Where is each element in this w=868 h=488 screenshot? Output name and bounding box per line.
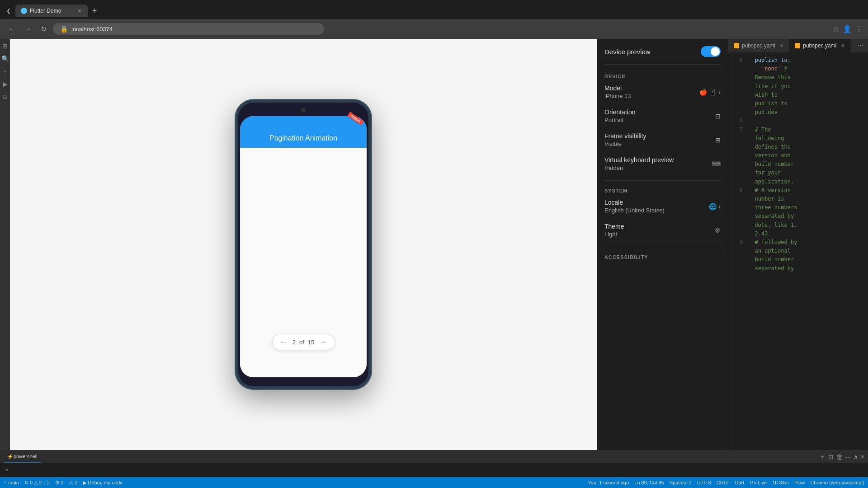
code-line-5d: line if you xyxy=(728,82,868,91)
flow-status[interactable]: Flow xyxy=(794,480,805,485)
pagination-next-button[interactable]: → xyxy=(318,337,329,347)
system-section-header: SYSTEM xyxy=(604,188,721,193)
code-line-8f: 2.43 xyxy=(728,230,868,238)
cursor-position-status[interactable]: Ln 89, Col 65 xyxy=(634,480,664,485)
debug-icon[interactable]: ▶ xyxy=(3,80,8,88)
theme-value: Light xyxy=(604,231,715,238)
bookmark-icon[interactable]: ☆ xyxy=(833,25,839,33)
model-info: Model iPhone 13 xyxy=(604,84,699,99)
git-branch-icon: ⑂ xyxy=(4,480,7,485)
device-preview-toggle[interactable] xyxy=(701,46,721,57)
git-branch-label: main xyxy=(8,480,19,485)
phone-mockup: DEBUG Pagination Animation ← 2 of 15 → xyxy=(236,100,371,389)
bottom-panel: ⚡ powershell ＋ ⊟ 🗑 ··· ∧ × > xyxy=(0,450,868,477)
chrome-status[interactable]: Chrome (web-javascript) xyxy=(810,480,864,485)
code-line-7f: for your xyxy=(728,169,868,177)
extensions-icon[interactable]: ⧉ xyxy=(3,93,7,101)
tab-bar-chevron[interactable]: ❮ xyxy=(4,6,14,16)
vscode-activity-bar: ⊞ 🔍 ⑂ ▶ ⧉ xyxy=(0,39,10,450)
forward-button[interactable]: → xyxy=(22,23,34,35)
frame-visibility-icon[interactable]: ⊞ xyxy=(715,136,721,144)
git-icon[interactable]: ⑂ xyxy=(3,68,7,75)
address-bar[interactable]: 🔒 localhost:60374 xyxy=(53,23,324,35)
back-button[interactable]: ← xyxy=(5,23,18,35)
virtual-keyboard-icon[interactable]: ⌨ xyxy=(712,160,721,168)
encoding-status[interactable]: UTF-8 xyxy=(697,480,711,485)
search-icon[interactable]: 🔍 xyxy=(1,55,9,62)
section-divider-2 xyxy=(604,247,721,247)
git-branch-status[interactable]: ⑂ main xyxy=(4,480,19,485)
code-line-8b: number is xyxy=(728,195,868,203)
go-live-status[interactable]: Go Live xyxy=(750,480,767,485)
model-chevron-icon: › xyxy=(718,89,721,96)
spaces-status[interactable]: Spaces: 2 xyxy=(670,480,692,485)
virtual-keyboard-info: Virtual keyboard preview Hidden xyxy=(604,156,712,171)
run-debug-status[interactable]: ▶ Debug my code xyxy=(83,480,123,486)
code-line-8c: three numbers xyxy=(728,203,868,212)
frame-visibility-label: Frame visibility xyxy=(604,132,715,140)
code-line-7e: build number xyxy=(728,160,868,169)
pagination-current: 2 xyxy=(292,339,296,346)
terminal-close-button[interactable]: × xyxy=(861,453,864,460)
warnings-status[interactable]: ⚠ 2 xyxy=(69,480,77,486)
frame-grid-icon: ⊞ xyxy=(715,136,721,144)
refresh-button[interactable]: ↻ xyxy=(38,23,49,35)
browser-tab[interactable]: Flutter Demo × xyxy=(15,5,88,17)
model-setting-row: Model iPhone 13 🍎 📱 › xyxy=(604,84,721,99)
orientation-icon[interactable]: ⊡ xyxy=(715,113,721,120)
flutter-preview-area: DEBUG Pagination Animation ← 2 of 15 → xyxy=(10,39,597,450)
device-preview-panel: Device preview DEVICE Model iPhone 13 🍎 … xyxy=(597,39,728,450)
browser-menu-icon[interactable]: ⋮ xyxy=(855,25,863,33)
tab-close-button[interactable]: × xyxy=(77,7,82,14)
theme-icon[interactable]: ⚙ xyxy=(715,227,721,234)
new-tab-button[interactable]: + xyxy=(90,5,100,17)
model-icons[interactable]: 🍎 📱 › xyxy=(699,89,721,96)
editor-tab-close-1[interactable]: × xyxy=(841,42,844,49)
line-ending-status[interactable]: CRLF xyxy=(717,480,730,485)
code-line-5b: 'none' # xyxy=(728,65,868,73)
model-label: Model xyxy=(604,84,699,92)
device-preview-label: Device preview xyxy=(604,48,651,56)
editor-tab-label-1: pubspec.yaml xyxy=(803,42,836,49)
add-terminal-button[interactable]: ＋ xyxy=(819,453,826,461)
theme-setting-row: Theme Light ⚙ xyxy=(604,223,721,238)
powershell-tab[interactable]: ⚡ powershell xyxy=(4,450,41,463)
frame-visibility-value: Visible xyxy=(604,141,715,147)
powershell-label: powershell xyxy=(14,454,38,459)
code-line-9b: an optional xyxy=(728,247,868,255)
vscode-editor: pubspec.yaml × pubspec.yaml × ··· 5 publ… xyxy=(728,39,868,450)
virtual-keyboard-value: Hidden xyxy=(604,164,712,171)
sync-status[interactable]: ↻ 0 △ 2 ↓ 2 xyxy=(24,480,50,486)
language-mode-status[interactable]: Dart xyxy=(735,480,745,485)
terminal-maximize-button[interactable]: ∧ xyxy=(854,453,858,460)
time-status[interactable]: 1h 34m xyxy=(772,480,789,485)
pagination-prev-button[interactable]: ← xyxy=(278,337,289,347)
locale-value: English (United States) xyxy=(604,207,709,214)
code-line-7: 7 # The xyxy=(728,126,868,134)
editor-tab-2[interactable]: pubspec.yaml × xyxy=(728,39,789,52)
editor-tab-1[interactable]: pubspec.yaml × xyxy=(789,39,850,52)
code-line-7g: application. xyxy=(728,178,868,186)
frame-visibility-info: Frame visibility Visible xyxy=(604,132,715,147)
explorer-icon[interactable]: ⊞ xyxy=(2,42,8,50)
git-blame-status[interactable]: You, 1 second ago xyxy=(588,480,629,485)
editor-tab-close-2[interactable]: × xyxy=(780,42,783,49)
app-bar: Pagination Animation xyxy=(240,116,367,148)
terminal-more-button[interactable]: ··· xyxy=(845,453,851,460)
locale-info: Locale English (United States) xyxy=(604,199,709,214)
locale-icons[interactable]: 🌐 › xyxy=(709,203,721,210)
profile-icon[interactable]: 👤 xyxy=(843,25,852,33)
yaml-file-icon xyxy=(734,43,739,48)
errors-status[interactable]: ⊘ 0 xyxy=(55,480,63,486)
code-line-9: 9 # followed by xyxy=(728,238,868,247)
split-terminal-button[interactable]: ⊟ xyxy=(828,453,834,460)
editor-more-button[interactable]: ··· xyxy=(853,39,868,52)
trash-terminal-button[interactable]: 🗑 xyxy=(836,453,843,460)
globe-icon: 🌐 xyxy=(709,203,717,210)
frame-visibility-setting-row: Frame visibility Visible ⊞ xyxy=(604,132,721,147)
code-line-7c: defines the xyxy=(728,143,868,151)
lock-icon: 🔒 xyxy=(60,25,68,33)
code-line-7b: following xyxy=(728,134,868,143)
pagination-control[interactable]: ← 2 of 15 → xyxy=(272,334,335,350)
terminal-content: > xyxy=(0,463,868,477)
